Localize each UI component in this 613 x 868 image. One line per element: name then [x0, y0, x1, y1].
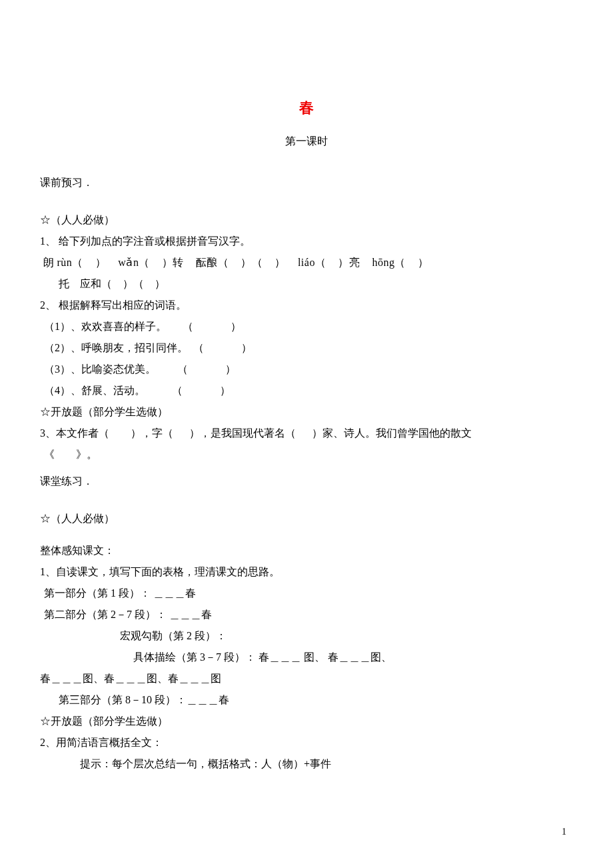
question-2-header: 2、 根据解释写出相应的词语。	[40, 295, 573, 316]
optional-label: ☆开放题（部分学生选做）	[40, 401, 573, 423]
page-number: 1	[562, 823, 566, 841]
inclass-q2-header: 2、用简洁语言概括全文：	[40, 732, 573, 753]
question-3-line-2: 《 》。	[40, 444, 573, 465]
lesson-subtitle: 第一课时	[40, 131, 573, 152]
inclass-heading: 课堂练习．	[40, 471, 573, 492]
inclass-q1-macro: 宏观勾勒（第 2 段）：	[40, 625, 573, 647]
required-label-2: ☆（人人必做）	[40, 508, 573, 529]
question-2-item: （2）、呼唤朋友，招引同伴。 （ ）	[40, 337, 573, 359]
question-2-item: （3）、比喻姿态优美。 （ ）	[40, 359, 573, 380]
question-1-line-2: 托 应和（ ）（ ）	[40, 273, 573, 295]
inclass-q2-hint: 提示：每个层次总结一句，概括格式：人（物）+事件	[40, 753, 573, 775]
required-label: ☆（人人必做）	[40, 209, 573, 231]
question-3-line-1: 3、本文作者（ ），字（ ），是我国现代著名（ ）家、诗人。我们曾学国他的散文	[40, 423, 573, 444]
question-1-header: 1、 给下列加点的字注音或根据拼音写汉字。	[40, 231, 573, 252]
optional-label-2: ☆开放题（部分学生选做）	[40, 711, 573, 732]
inclass-q1-part3: 第三部分（第 8－10 段）：＿＿＿春	[40, 689, 573, 711]
spacer	[40, 529, 573, 540]
inclass-q1-extra: 春＿＿＿图、春＿＿＿图、春＿＿＿图	[40, 668, 573, 689]
question-2-item: （4）、舒展、活动。 （ ）	[40, 380, 573, 401]
preclass-heading: 课前预习．	[40, 172, 573, 193]
question-2-item: （1）、欢欢喜喜的样子。 （ ）	[40, 316, 573, 337]
perceive-heading: 整体感知课文：	[40, 540, 573, 561]
inclass-q1-detail: 具体描绘（第 3－7 段）： 春＿＿＿ 图、 春＿＿＿图、	[40, 647, 573, 668]
document-title: 春	[40, 93, 573, 123]
inclass-q1-part1: 第一部分（第 1 段）： ＿＿＿春	[40, 583, 573, 604]
inclass-q1-part2: 第二部分（第 2－7 段）： ＿＿＿春	[40, 604, 573, 625]
inclass-q1-header: 1、自读课文，填写下面的表格，理清课文的思路。	[40, 561, 573, 583]
question-1-line-1: 朗 rùn（ ） wǎn（ ）转 酝酿（ ）（ ） liáo（ ）亮 hōng（…	[40, 252, 573, 273]
